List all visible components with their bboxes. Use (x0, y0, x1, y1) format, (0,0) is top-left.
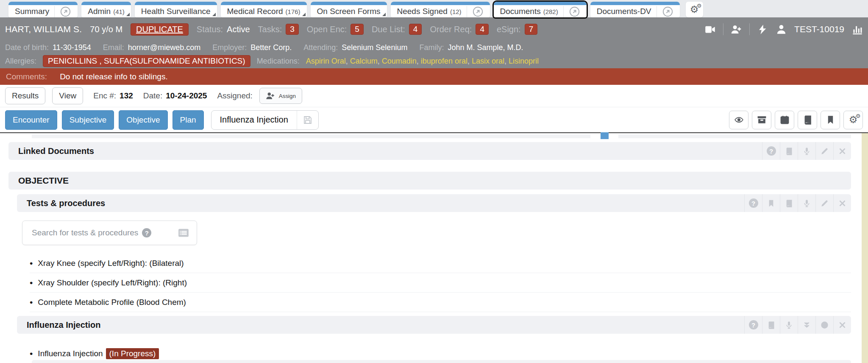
assign-button[interactable]: Assign (259, 88, 302, 104)
tab-label: On Screen Forms (317, 7, 381, 16)
tab-health-surveillance[interactable]: Health Surveillance (135, 2, 217, 17)
chart-icon[interactable] (851, 24, 863, 35)
test-item[interactable]: Complete Metabolic Profile (Blood Chem) (30, 293, 851, 312)
help-icon[interactable]: ? (142, 228, 151, 237)
open-enc-badge[interactable]: 5 (351, 24, 364, 35)
section-objective: OBJECTIVE (8, 172, 851, 190)
test-item[interactable]: Xray Knee (specify Left/Right): (Bilater… (30, 254, 851, 273)
tab-label: Documents-DV (597, 7, 651, 16)
divider (749, 23, 750, 35)
video-camera-icon[interactable] (704, 24, 716, 35)
scrollbar-strip[interactable] (862, 133, 868, 363)
allergy-medication-row: Allergies: PENICILLINS , SULFA(SULFONAMI… (5, 54, 863, 68)
tab-count: (176) (286, 8, 300, 15)
tab-medical-record[interactable]: Medical Record (176) (221, 2, 307, 17)
esign-badge[interactable]: 7 (525, 24, 538, 35)
ban-icon[interactable] (815, 316, 833, 334)
plan-button[interactable]: Plan (172, 110, 204, 130)
tab-admin[interactable]: Admin (41) (81, 2, 131, 17)
pencil-icon[interactable] (815, 142, 833, 160)
scroll-handle[interactable] (601, 132, 609, 139)
user-icon[interactable] (776, 24, 787, 35)
allergies-badge[interactable]: PENICILLINS , SULFA(SULFONAMIDE ANTIBIOT… (43, 55, 250, 67)
tab-needs-signed[interactable]: Needs Signed (12) (391, 2, 490, 17)
gears-icon: ⚙⚙ (849, 115, 858, 125)
note-nav-bar: Encounter Subjective Objective Plan Infl… (0, 107, 868, 132)
archive-button[interactable] (752, 111, 771, 129)
comments-text: Do not release info to siblings. (60, 72, 168, 81)
microphone-icon[interactable] (798, 142, 815, 160)
external-link-icon[interactable] (657, 6, 673, 17)
subjective-button[interactable]: Subjective (62, 110, 114, 130)
section-title: OBJECTIVE (18, 176, 69, 186)
add-user-icon[interactable] (731, 24, 742, 35)
objective-button[interactable]: Objective (119, 110, 167, 130)
chevron-corner-icon (126, 13, 130, 16)
scrolled-row-sliver (32, 134, 851, 138)
email-value: horner@mieweb.com (128, 43, 200, 52)
bookmark-button[interactable] (821, 111, 840, 129)
order-req-badge[interactable]: 4 (476, 24, 489, 35)
book-icon[interactable] (780, 142, 798, 160)
section-linked-documents: Linked Documents ? (8, 142, 851, 160)
tasks-badge[interactable]: 3 (286, 24, 299, 35)
date-label: Date: (143, 91, 162, 101)
book-icon[interactable] (780, 194, 798, 212)
comments-label: Comments: (6, 72, 47, 81)
tab-settings-button[interactable]: ⚙⚙ (686, 2, 703, 17)
tab-documents[interactable]: Documents (282) (494, 2, 587, 17)
close-icon[interactable] (833, 316, 851, 334)
user-id[interactable]: TEST-10019 (794, 24, 844, 34)
tasks-label: Tasks: (258, 25, 282, 34)
tab-bar: Summary Admin (41) Health Surveillance M… (0, 0, 868, 17)
order-req-label: Order Req: (430, 25, 472, 34)
calendar-button[interactable] (775, 111, 794, 129)
test-item-label: Xray Shoulder (specify Left/Right): (Rig… (38, 278, 187, 288)
microphone-icon[interactable] (798, 194, 815, 212)
tab-count: (12) (450, 8, 462, 15)
chevron-double-down-icon[interactable] (798, 316, 815, 334)
attending-label: Attending: (303, 43, 338, 52)
family-label: Family: (419, 43, 444, 52)
help-icon[interactable]: ? (744, 194, 762, 212)
tab-summary[interactable]: Summary (8, 2, 78, 17)
book-icon[interactable] (762, 316, 780, 334)
help-icon[interactable]: ? (762, 142, 780, 160)
tests-search-box[interactable]: Search for tests & procedures ? (22, 221, 197, 245)
due-list-badge[interactable]: 4 (409, 24, 422, 35)
external-link-icon[interactable] (467, 6, 484, 17)
preview-button[interactable] (729, 111, 748, 129)
pencil-icon[interactable] (815, 194, 833, 212)
duplicate-badge[interactable]: DUPLICATE (131, 23, 189, 36)
medication-link[interactable]: Lasix oral (472, 57, 509, 65)
test-item[interactable]: Xray Shoulder (specify Left/Right): (Rig… (30, 273, 851, 293)
settings-button[interactable]: ⚙⚙ (843, 111, 863, 129)
medication-link[interactable]: Lisinopril (509, 57, 539, 65)
results-button[interactable]: Results (5, 87, 45, 104)
enc-number-label: Enc #: (93, 91, 116, 101)
tab-documents-dv[interactable]: Documents-DV (590, 2, 680, 17)
list-icon[interactable] (176, 226, 191, 239)
encounter-button[interactable]: Encounter (5, 110, 57, 130)
help-icon[interactable]: ? (744, 316, 762, 334)
microphone-icon[interactable] (780, 316, 798, 334)
medication-link[interactable]: Coumadin (382, 57, 421, 65)
in-progress-badge: (In Progress) (106, 348, 159, 359)
bookmark-icon[interactable] (762, 194, 780, 212)
dob-label: Date of birth: (5, 43, 49, 52)
comments-bar: Comments: Do not release info to sibling… (0, 68, 868, 85)
close-icon[interactable] (833, 142, 851, 160)
chart-notes-button[interactable] (798, 111, 817, 129)
medication-link[interactable]: Calcium (350, 57, 382, 65)
external-link-icon[interactable] (54, 6, 71, 17)
document-title-field[interactable]: Influenza Injection (211, 110, 319, 130)
add-user-icon (266, 91, 275, 101)
medication-link[interactable]: Aspirin Oral (306, 57, 350, 65)
lightning-icon[interactable] (757, 24, 768, 35)
view-button[interactable]: View (52, 87, 83, 104)
close-icon[interactable] (833, 194, 851, 212)
external-link-icon[interactable] (563, 6, 580, 17)
tab-on-screen-forms[interactable]: On Screen Forms (311, 2, 387, 17)
medication-link[interactable]: ibuprofen oral (421, 57, 472, 65)
save-button[interactable] (297, 111, 318, 129)
